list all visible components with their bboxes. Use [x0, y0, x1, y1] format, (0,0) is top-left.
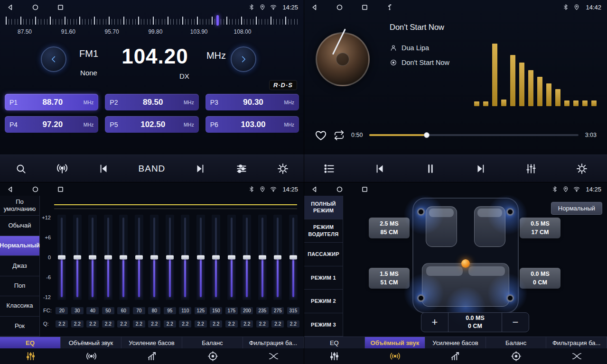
tab-eq[interactable]: EQ [0, 337, 61, 348]
tab-crossover-filter[interactable]: Фильтрация ба... [243, 337, 304, 348]
listening-mode-item-3[interactable]: РЕЖИМ 1 [304, 266, 343, 290]
eq-band-slider-30hz[interactable] [70, 214, 85, 302]
eq-band-slider-125hz[interactable] [193, 214, 209, 302]
nav-recents-button[interactable] [361, 4, 368, 11]
listening-mode-item-4[interactable]: РЕЖИМ 2 [304, 290, 343, 313]
listening-position-marker[interactable] [461, 259, 470, 268]
pause-button[interactable] [424, 163, 437, 175]
mixer-button[interactable] [525, 163, 537, 175]
crossover-filter-tab-icon[interactable] [243, 351, 304, 362]
eq-band-slider-50hz[interactable] [101, 214, 116, 302]
eq-band-slider-95hz[interactable] [162, 214, 178, 302]
eq-preset-item-3[interactable]: Джаз [0, 256, 39, 276]
nav-back-button[interactable] [7, 186, 14, 193]
radio-preset-p5[interactable]: P5102.50MHz [105, 116, 198, 133]
tab-balance[interactable]: Баланс [486, 337, 547, 348]
band-button[interactable]: BAND [139, 164, 166, 174]
eq-preset-item-4[interactable]: Поп [0, 276, 39, 296]
eq-slider-handle[interactable] [74, 255, 81, 260]
eq-tab-icon[interactable] [304, 351, 365, 362]
eq-band-slider-40hz[interactable] [85, 214, 101, 302]
listening-mode-item-2[interactable]: ПАССАЖИР [304, 243, 343, 266]
nav-back-button[interactable] [311, 4, 318, 11]
eq-band-slider-200hz[interactable] [239, 214, 255, 302]
tab-crossover-filter[interactable]: Фильтрация ба... [546, 337, 607, 348]
bass-boost-tab-icon[interactable] [425, 351, 486, 362]
tune-up-button[interactable] [231, 46, 256, 72]
next-station-button[interactable] [194, 163, 206, 175]
eq-band-slider-110hz[interactable] [177, 214, 193, 302]
eq-preset-item-1[interactable]: Обычай [0, 216, 39, 236]
tab-surround-sound[interactable]: Объёмный звук [365, 337, 426, 348]
eq-band-slider-20hz[interactable] [54, 214, 70, 302]
tuning-indicator[interactable] [216, 15, 219, 26]
nav-recents-button[interactable] [361, 186, 368, 193]
equalizer-button[interactable] [235, 163, 248, 175]
repeat-button[interactable] [334, 130, 345, 141]
listening-mode-item-0[interactable]: ПОЛНЫЙ РЕЖИМ [304, 196, 343, 219]
nav-back-button[interactable] [311, 186, 318, 193]
surround-sound-tab-icon[interactable] [61, 351, 121, 362]
eq-slider-handle[interactable] [150, 255, 158, 260]
seek-bar[interactable] [369, 134, 578, 136]
tab-balance[interactable]: Баланс [182, 337, 243, 348]
eq-slider-handle[interactable] [89, 255, 96, 260]
eq-band-slider-315hz[interactable] [286, 214, 301, 302]
nav-home-button[interactable] [336, 4, 343, 11]
eq-slider-handle[interactable] [181, 255, 189, 260]
eq-tab-icon[interactable] [0, 351, 61, 362]
radio-preset-p3[interactable]: P390.30MHz [205, 94, 299, 110]
surround-sound-tab-icon[interactable] [365, 351, 426, 362]
listening-mode-item-5[interactable]: РЕЖИМ 3 [304, 313, 343, 337]
eq-band-slider-175hz[interactable] [224, 214, 240, 302]
settings-button[interactable] [277, 163, 289, 175]
seek-bar-knob[interactable] [424, 132, 430, 138]
tab-eq[interactable]: EQ [304, 337, 365, 348]
tab-bass-boost[interactable]: Усиление басов [425, 337, 486, 348]
playlist-button[interactable] [323, 163, 336, 175]
radio-preset-p6[interactable]: P6103.00MHz [205, 116, 299, 133]
eq-slider-handle[interactable] [243, 255, 251, 260]
bass-boost-tab-icon[interactable] [121, 351, 182, 362]
frequency-scale[interactable]: 87.5091.6095.7099.80103.90108.00 [6, 15, 298, 40]
eq-slider-handle[interactable] [228, 255, 235, 260]
eq-band-slider-80hz[interactable] [147, 214, 162, 302]
eq-slider-handle[interactable] [197, 255, 205, 260]
eq-slider-handle[interactable] [135, 255, 143, 260]
broadcast-button[interactable] [56, 163, 68, 175]
scan-search-button[interactable] [15, 163, 27, 175]
nav-home-button[interactable] [336, 186, 343, 193]
delay-increase-button[interactable]: + [421, 313, 448, 332]
eq-preset-item-0[interactable]: По умолчанию [0, 196, 39, 216]
eq-slider-handle[interactable] [274, 255, 281, 260]
balance-tab-icon[interactable] [486, 351, 547, 362]
eq-band-slider-235hz[interactable] [255, 214, 271, 302]
eq-preset-item-5[interactable]: Классика [0, 296, 39, 316]
crossover-filter-tab-icon[interactable] [546, 351, 607, 362]
eq-preset-item-6[interactable]: Рок [0, 317, 39, 337]
nav-recents-button[interactable] [57, 4, 64, 11]
eq-band-slider-150hz[interactable] [208, 214, 224, 302]
nav-recents-button[interactable] [57, 186, 64, 193]
favorite-button[interactable] [315, 129, 327, 141]
eq-slider-handle[interactable] [104, 255, 112, 260]
radio-preset-p2[interactable]: P289.50MHz [105, 94, 198, 110]
nav-back-button[interactable] [7, 4, 14, 11]
eq-band-slider-60hz[interactable] [116, 214, 131, 302]
eq-slider-handle[interactable] [58, 255, 65, 260]
next-track-button[interactable] [475, 163, 487, 175]
tab-bass-boost[interactable]: Усиление басов [121, 337, 182, 348]
delay-decrease-button[interactable]: − [502, 313, 529, 332]
eq-slider-handle[interactable] [289, 255, 297, 260]
eq-slider-handle[interactable] [259, 255, 266, 260]
previous-track-button[interactable] [374, 163, 386, 175]
eq-slider-handle[interactable] [120, 255, 127, 260]
radio-preset-p1[interactable]: P188.70MHz [5, 94, 98, 110]
nav-home-button[interactable] [32, 186, 39, 193]
eq-band-slider-275hz[interactable] [270, 214, 286, 302]
eq-slider-handle[interactable] [166, 255, 174, 260]
settings-button[interactable] [576, 163, 588, 175]
eq-preset-chip[interactable]: Нормальный [551, 202, 602, 215]
tune-down-button[interactable] [41, 46, 66, 72]
listening-mode-item-1[interactable]: РЕЖИМ ВОДИТЕЛЯ [304, 219, 343, 243]
